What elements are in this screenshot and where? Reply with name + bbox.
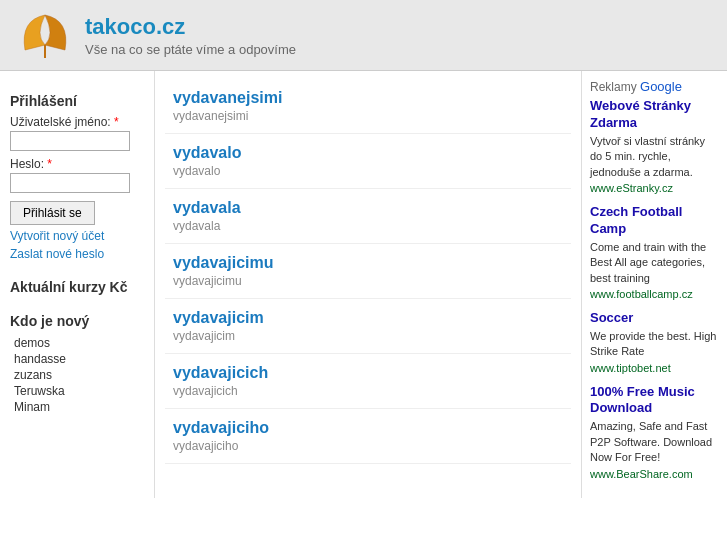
create-account-link[interactable]: Vytvořit nový účet [10,229,144,243]
ad-url: www.BearShare.com [590,468,719,480]
ad-url: www.eStranky.cz [590,182,719,194]
ad-title-link[interactable]: 100% Free Music Download [590,384,719,418]
new-user-item: zuzans [10,367,144,383]
username-input[interactable] [10,131,130,151]
password-required: * [47,157,52,171]
content-item-title[interactable]: vydavajicim [173,309,563,327]
google-label: Google [640,79,682,94]
content-item: vydavalavydavala [165,189,571,244]
exchange-rate-title: Aktuální kurzy Kč [10,279,144,295]
ad-description: Come and train with the Best All age cat… [590,240,719,286]
content-item: vydavajicimvydavajicim [165,299,571,354]
ad-title-link[interactable]: Webové Stránky Zdarma [590,98,719,132]
content-item-title[interactable]: vydavala [173,199,563,217]
content-item-subtitle: vydavajicich [173,384,563,398]
content-item-title[interactable]: vydavanejsimi [173,89,563,107]
content-item-subtitle: vydavajicimu [173,274,563,288]
login-button[interactable]: Přihlásit se [10,201,95,225]
ad-description: Amazing, Safe and Fast P2P Software. Dow… [590,419,719,465]
ad-title-link[interactable]: Soccer [590,310,719,327]
main-layout: Přihlášení Uživatelské jméno: * Heslo: *… [0,71,727,498]
new-user-item: Teruwska [10,383,144,399]
username-required: * [114,115,119,129]
content-item-subtitle: vydavala [173,219,563,233]
content-item-subtitle: vydavalo [173,164,563,178]
content-item: vydavajicihovydavajiciho [165,409,571,464]
content-item-title[interactable]: vydavajiciho [173,419,563,437]
site-info: takoco.cz Vše na co se ptáte víme a odpo… [85,14,296,57]
content-item-title[interactable]: vydavalo [173,144,563,162]
ad-url: www.footballcamp.cz [590,288,719,300]
new-users-list: demoshandassezuzansTeruwskaMinam [10,335,144,415]
content-item-subtitle: vydavanejsimi [173,109,563,123]
login-section-title: Přihlášení [10,93,144,109]
site-tagline: Vše na co se ptáte víme a odpovíme [85,42,296,57]
content-area: vydavanejsimivydavanejsimivydavalovydava… [155,71,582,498]
new-user-item: Minam [10,399,144,415]
ad-url: www.tiptobet.net [590,362,719,374]
new-user-item: handasse [10,351,144,367]
header: takoco.cz Vše na co se ptáte víme a odpo… [0,0,727,71]
ad-description: Vytvoř si vlastní stránky do 5 min. rych… [590,134,719,180]
content-item-subtitle: vydavajiciho [173,439,563,453]
ads-label: Reklamy Google [590,79,719,94]
content-item: vydavanejsimivydavanejsimi [165,79,571,134]
forgot-password-link[interactable]: Zaslat nové heslo [10,247,144,261]
ads-sidebar: Reklamy Google Webové Stránky ZdarmaVytv… [582,71,727,498]
password-label: Heslo: * [10,157,144,171]
content-item: vydavalovydavalo [165,134,571,189]
ad-block: SoccerWe provide the best. High Strike R… [590,310,719,374]
site-title[interactable]: takoco.cz [85,14,296,40]
logo-area: takoco.cz Vše na co se ptáte víme a odpo… [15,10,296,60]
password-input[interactable] [10,173,130,193]
ad-title-link[interactable]: Czech Football Camp [590,204,719,238]
ad-description: We provide the best. High Strike Rate [590,329,719,360]
content-item: vydavajicimuvydavajicimu [165,244,571,299]
new-users-title: Kdo je nový [10,313,144,329]
sidebar: Přihlášení Uživatelské jméno: * Heslo: *… [0,71,155,498]
content-item-title[interactable]: vydavajicich [173,364,563,382]
new-user-item: demos [10,335,144,351]
content-item: vydavajicichvydavajicich [165,354,571,409]
ad-block: 100% Free Music DownloadAmazing, Safe an… [590,384,719,480]
ad-block: Czech Football CampCome and train with t… [590,204,719,300]
content-item-subtitle: vydavajicim [173,329,563,343]
content-item-title[interactable]: vydavajicimu [173,254,563,272]
username-label: Uživatelské jméno: * [10,115,144,129]
ad-block: Webové Stránky ZdarmaVytvoř si vlastní s… [590,98,719,194]
logo-icon [15,10,75,60]
